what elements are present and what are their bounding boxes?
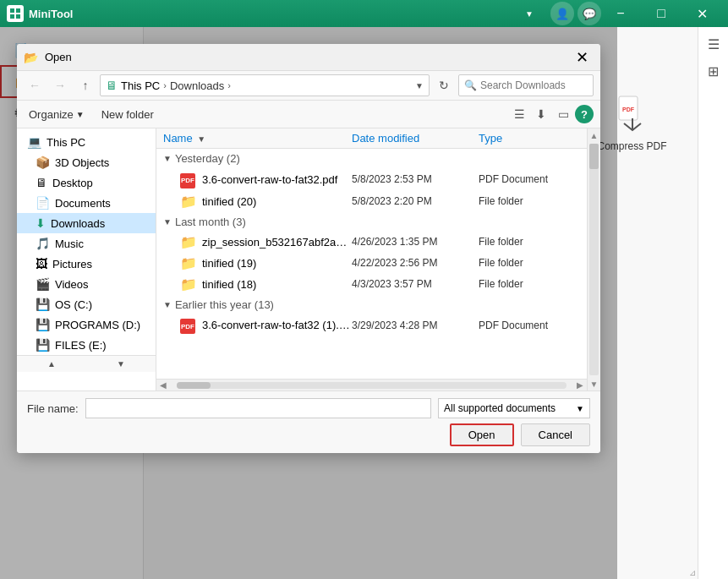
downloads-icon: ⬇ [36, 216, 46, 230]
hscroll-thumb[interactable] [177, 382, 211, 389]
nav-arrow-up[interactable]: ▲ [17, 356, 86, 372]
pdf-file-icon: PDF [180, 317, 197, 335]
dialog-bottom: File name: All supported documents ▼ Ope… [17, 391, 600, 453]
titlebar-dropdown-icon[interactable]: ▼ [525, 9, 534, 19]
file-list: Name ▼ Date modified Type [156, 128, 587, 379]
main-content: Welcome T Edit PDF [144, 27, 698, 579]
hscroll-right-arrow[interactable]: ▶ [573, 380, 587, 390]
chat-icon[interactable]: 💬 [577, 2, 601, 25]
vscroll-down-arrow[interactable]: ▼ [588, 377, 600, 391]
filetype-select[interactable]: All supported documents ▼ [438, 398, 590, 418]
up-button[interactable]: ↑ [74, 74, 96, 96]
file-row[interactable]: 📁 tinified (20) 5/8/2023 2:20 PM File fo… [156, 191, 587, 212]
os-c-icon: 💾 [36, 298, 50, 311]
vertical-scrollbar[interactable]: ▲ ▼ [587, 128, 600, 391]
resize-handle[interactable]: ⊿ [689, 568, 696, 577]
col-header-name[interactable]: Name ▼ [163, 132, 352, 145]
organize-button[interactable]: Organize ▼ [24, 106, 90, 123]
new-folder-button[interactable]: New folder [96, 106, 159, 123]
nav-item-3d-objects[interactable]: 📦 3D Objects [17, 152, 156, 172]
file-row[interactable]: 📁 zip_session_b532167abf2a763cfecb625b4f… [156, 232, 587, 253]
forward-button[interactable]: → [49, 74, 71, 96]
folder-file-icon: 📁 [180, 255, 197, 271]
view-dropdown-button[interactable]: ⬇ [531, 104, 551, 124]
col-header-type[interactable]: Type [479, 132, 580, 145]
nav-item-os-c[interactable]: 💾 OS (C:) [17, 294, 156, 314]
breadcrumb-dropdown-icon[interactable]: ▼ [415, 81, 424, 90]
folder-file-icon: 📁 [180, 234, 197, 250]
dialog-app-icon: 📂 [24, 51, 38, 64]
hamburger-icon[interactable]: ☰ [703, 34, 724, 54]
nav-item-music[interactable]: 🎵 Music [17, 233, 156, 254]
group-toggle-earlier: ▼ [163, 300, 172, 309]
file-name: tinified (19) [202, 257, 352, 270]
cancel-button[interactable]: Cancel [521, 423, 590, 446]
nav-item-desktop[interactable]: 🖥 Desktop [17, 172, 156, 193]
dialog-toolbar: ← → ↑ 🖥 This PC › Downloads › ▼ ↻ 🔍 [17, 71, 600, 101]
nav-arrow-down[interactable]: ▼ [86, 356, 156, 372]
filename-input[interactable] [85, 398, 431, 418]
search-input[interactable] [480, 79, 588, 91]
this-pc-label: This PC [47, 136, 85, 149]
vscroll-up-arrow[interactable]: ▲ [588, 128, 600, 142]
this-pc-icon: 💻 [27, 135, 41, 149]
maximize-button[interactable]: □ [642, 0, 681, 27]
file-date: 5/8/2023 2:20 PM [352, 195, 479, 207]
back-button[interactable]: ← [24, 74, 46, 96]
details-view-button[interactable]: ☰ [509, 104, 529, 124]
group-earlier-label: Earlier this year (13) [175, 298, 274, 311]
file-row[interactable]: PDF 3.6-convert-raw-to-fat32.pdf 5/8/202… [156, 168, 587, 191]
hscroll-track[interactable] [177, 382, 567, 389]
nav-item-videos[interactable]: 🎬 Videos [17, 274, 156, 294]
file-name: zip_session_b532167abf2a763cfecb625b4f… [202, 236, 352, 249]
preview-button[interactable]: ▭ [553, 104, 573, 124]
group-yesterday[interactable]: ▼ Yesterday (2) [156, 149, 587, 168]
breadcrumb-sep-1: › [163, 80, 167, 90]
nav-item-this-pc[interactable]: 💻 This PC [17, 132, 156, 152]
file-list-header: Name ▼ Date modified Type [156, 128, 587, 149]
file-row[interactable]: 📁 tinified (18) 4/3/2023 3:57 PM File fo… [156, 274, 587, 295]
file-row[interactable]: 📁 tinified (19) 4/22/2023 2:56 PM File f… [156, 253, 587, 274]
filename-row: File name: All supported documents ▼ [27, 398, 590, 418]
nav-item-documents[interactable]: 📄 Documents [17, 193, 156, 213]
dialog-close-button[interactable]: ✕ [570, 48, 594, 67]
desktop-label: Desktop [52, 177, 93, 189]
account-icon[interactable]: 👤 [550, 2, 574, 25]
file-type: File folder [479, 278, 580, 290]
vscroll-thumb[interactable] [589, 144, 599, 169]
window-controls: − □ ✕ [601, 0, 721, 27]
svg-rect-1 [16, 8, 20, 13]
dialog-button-row: Open Cancel [27, 423, 590, 446]
file-type: File folder [479, 257, 580, 269]
close-button[interactable]: ✕ [682, 0, 721, 27]
minimize-button[interactable]: − [601, 0, 640, 27]
grid-icon[interactable]: ⊞ [703, 61, 724, 81]
music-label: Music [55, 238, 84, 250]
group-last-month[interactable]: ▼ Last month (3) [156, 212, 587, 232]
nav-item-programs-d[interactable]: 💾 PROGRAMS (D:) [17, 314, 156, 335]
nav-item-files-e[interactable]: 💾 FILES (E:) [17, 335, 156, 355]
filetype-dropdown-icon: ▼ [576, 404, 584, 413]
app-body: 📄 Create 📂 Open ⚙ Settings Welcome [0, 27, 728, 579]
open-button[interactable]: Open [450, 423, 514, 446]
organize-label: Organize [29, 108, 74, 121]
file-nav-panel: 💻 This PC 📦 3D Objects 🖥 Desktop 📄 [17, 128, 156, 391]
breadcrumb-bar[interactable]: 🖥 This PC › Downloads › ▼ [100, 74, 430, 96]
vscroll-track[interactable] [589, 144, 599, 375]
refresh-button[interactable]: ↻ [433, 74, 455, 96]
titlebar: MiniTool ▼ 👤 💬 − □ ✕ [0, 0, 728, 27]
file-row[interactable]: PDF 3.6-convert-raw-to-fat32 (1).pdf 3/2… [156, 314, 587, 337]
music-icon: 🎵 [36, 237, 50, 250]
group-last-month-label: Last month (3) [175, 216, 246, 228]
file-list-container: Name ▼ Date modified Type [156, 128, 587, 391]
horizontal-scrollbar[interactable]: ◀ ▶ [156, 379, 587, 391]
breadcrumb-sep-2: › [227, 80, 231, 90]
help-button[interactable]: ? [575, 105, 594, 123]
nav-item-downloads[interactable]: ⬇ Downloads [17, 213, 156, 233]
hscroll-left-arrow[interactable]: ◀ [156, 380, 170, 390]
col-header-date[interactable]: Date modified [352, 132, 479, 145]
filetype-label: All supported documents [444, 402, 556, 414]
nav-item-pictures[interactable]: 🖼 Pictures [17, 254, 156, 274]
search-box[interactable]: 🔍 [458, 74, 594, 96]
group-earlier[interactable]: ▼ Earlier this year (13) [156, 295, 587, 314]
